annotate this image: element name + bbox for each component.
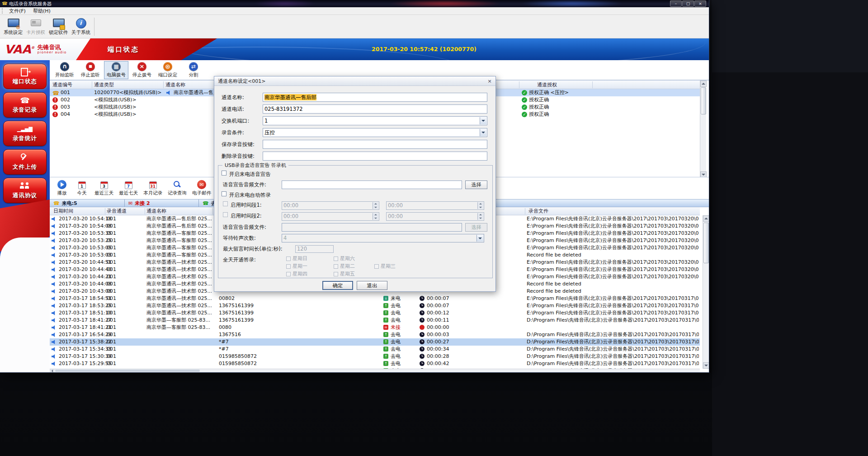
save-key-input[interactable] [263,140,487,149]
channel-table-scrollbar[interactable] [700,81,706,177]
toolbar-about-system[interactable]: 关于系统 [70,16,92,38]
sidebar-port-status[interactable]: 端口状态 [3,64,47,89]
ok-button[interactable]: 确定 [322,281,353,290]
scroll-down-arrow[interactable] [700,171,707,177]
btn-record-search[interactable]: 记录查询 [165,178,189,198]
day-checkbox[interactable] [374,264,379,269]
day-checkbox[interactable] [334,272,338,276]
day-checkbox[interactable] [286,256,291,261]
btn-month-records[interactable]: 本月记录 [141,178,165,198]
sidebar-record-stats[interactable]: 录音统计 [3,121,47,146]
南京华墨—客服部 025-83...[interactable]: 2017-03-17 18:41:21 001 南京华墨—客服部 025-83.… [50,324,700,331]
records-table-hscrollbar[interactable] [50,369,700,372]
scroll-thumb[interactable] [703,223,709,263]
port-toolbar-button-icon [112,62,121,71]
day-checkbox-item[interactable]: 星期四 [286,271,307,277]
南京华墨通讯—技术部 025...[interactable]: 2017-03-17 18:54:51 001 南京华墨通讯—技术部 025..… [50,295,700,302]
record-channel: 001 [107,309,116,317]
speaker-icon [52,332,56,337]
spinner-icon[interactable] [373,202,378,209]
sidebar-protocol[interactable]: 通讯协议 [3,178,47,203]
day-checkbox-item[interactable]: 星期三 [374,264,396,269]
day-checkbox-item[interactable]: 星期五 [334,271,355,277]
btn-last-7-days[interactable]: 最近七天 [117,178,140,198]
btn-last-3-days[interactable]: 最近三天 [92,178,116,198]
scroll-left-arrow[interactable] [50,369,54,372]
scroll-down-arrow[interactable] [703,362,709,369]
dropdown-arrow-icon[interactable] [476,235,483,242]
spinner-icon[interactable] [477,213,483,220]
toolbar-card-license[interactable]: 卡片授权 [24,16,47,38]
period1-checkbox[interactable] [223,201,228,206]
btn-play[interactable]: 播放 [52,178,71,198]
dropdown-arrow-icon[interactable] [480,117,486,124]
toolbar-lock-software[interactable]: 锁定软件 [47,16,70,38]
record-row[interactable]: 2017-03-17 15:34:33 001 *#7 去电 00:00:34 … [50,346,700,353]
南京华墨—客服部 025-83...[interactable]: 2017-03-17 18:41:27 001 南京华墨—客服部 025-83.… [50,317,700,324]
scroll-up-arrow[interactable] [703,215,709,222]
btn-start-listen[interactable]: 开始监听 [52,61,77,79]
channel-name-input[interactable]: 南京华墨通讯—售后部 [263,93,487,102]
close-button[interactable]: × [694,0,706,7]
delete-key-input[interactable] [263,152,487,161]
records-toolbar-button-icon [125,181,132,189]
toolbar-system-settings[interactable]: 系统设定 [2,16,24,38]
period2-checkbox[interactable] [223,212,228,217]
exit-button[interactable]: 退出 [357,281,387,290]
sidebar-file-upload[interactable]: 文件上传 [3,149,47,175]
btn-stop-dial[interactable]: 停止拨号 [130,61,154,79]
period1-end-input[interactable]: 00:00 [386,201,484,210]
max-message-input[interactable]: 120 [295,245,334,253]
sidebar-record-list[interactable]: 录音记录 [3,92,47,118]
record-row[interactable]: 2017-03-17 16:54:29 001 1367516 去电 00:00… [50,331,700,338]
record-row[interactable]: 2017-03-17 15:30:39 001 015985850872 去电 … [50,353,700,360]
btn-email[interactable]: 电子邮件 [190,178,213,198]
南京华墨通讯—技术部 025...[interactable]: 2017-03-17 18:53:25 001 南京华墨通讯—技术部 025..… [50,302,700,309]
audio-file-2-input[interactable] [282,223,462,232]
auto-answer-checkbox[interactable] [222,191,226,196]
auth-ok-icon [522,104,527,110]
choose-file-1-button[interactable]: 选择 [465,180,487,189]
dialog-close-icon[interactable]: × [486,78,493,85]
btn-split[interactable]: 分割 [181,61,206,79]
btn-stop-listen[interactable]: 停止监听 [78,61,103,79]
announce-checkbox[interactable] [222,171,226,176]
channel-phone-input[interactable]: 025-83191372 [263,104,487,114]
btn-today[interactable]: 今天 [72,178,91,198]
records-table-scrollbar[interactable] [703,215,709,369]
hscroll-thumb[interactable] [55,370,200,372]
record-row[interactable]: 2017-03-17 15:38:22 001 *#7 去电 00:00:27 … [50,338,700,346]
maximize-button[interactable]: ▢ [682,0,694,7]
brand-reg: ® [31,46,35,50]
choose-file-2-button[interactable]: 选择 [465,223,487,232]
day-checkbox-item[interactable]: 星期二 [334,264,355,269]
spinner-icon[interactable] [373,213,378,220]
period2-start-input[interactable]: 00:00 [282,212,379,221]
spinner-icon[interactable] [477,202,483,209]
btn-port-settings[interactable]: 端口设定 [156,61,180,79]
record-condition-select[interactable]: 压控 [263,128,487,137]
day-checkbox[interactable] [286,264,291,269]
toolbar-button-icon [75,18,87,28]
menu-file[interactable]: 文件(F) [5,7,29,15]
day-checkbox[interactable] [286,272,291,276]
period2-end-input[interactable]: 00:00 [386,212,484,221]
day-checkbox-item[interactable]: 星期日 [286,256,307,261]
day-checkbox-item[interactable]: 星期六 [334,256,355,261]
audio-file-1-input[interactable] [282,180,462,189]
day-checkbox[interactable] [334,264,338,269]
scroll-thumb[interactable] [701,87,706,114]
record-row[interactable]: 2017-03-17 15:29:55 001 015985850872 去电 … [50,360,700,367]
ring-count-select[interactable]: 4 [282,234,484,242]
scroll-up-arrow[interactable] [700,81,707,87]
period1-start-input[interactable]: 00:00 [282,201,379,210]
day-checkbox[interactable] [334,256,338,261]
menu-help[interactable]: 帮助(H) [29,7,54,15]
minimize-button[interactable]: – [670,0,682,7]
btn-pc-dial[interactable]: 电脑拨号 [104,61,128,79]
switch-port-select[interactable]: 1 [263,116,487,125]
dropdown-arrow-icon[interactable] [480,129,486,136]
day-checkbox-item[interactable]: 星期一 [286,264,307,269]
record-channel-name: 南京华墨—客服部 025-83... [146,317,218,324]
南京华墨通讯—技术部 025...[interactable]: 2017-03-17 18:51:10 001 南京华墨通讯—技术部 025..… [50,309,700,317]
